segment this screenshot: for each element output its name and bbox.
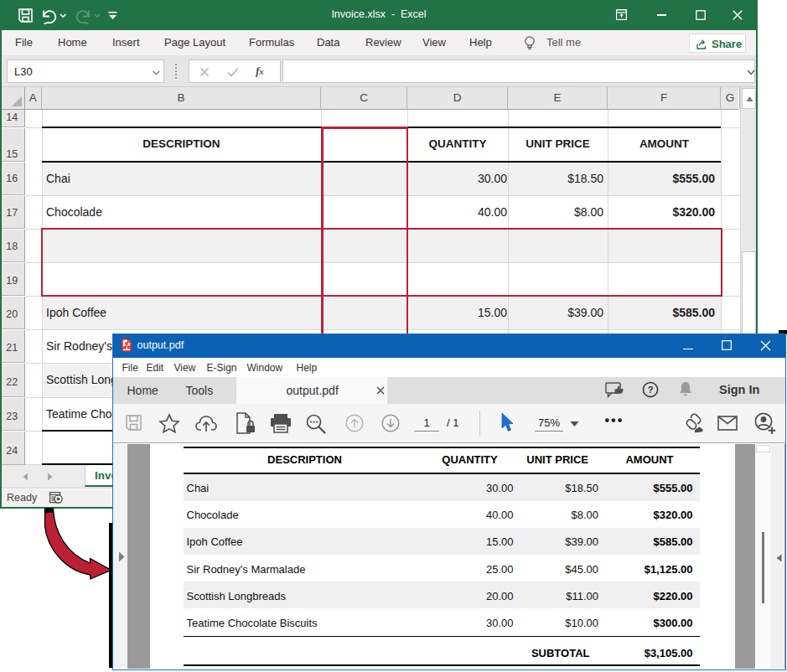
svg-text:?: ? (647, 385, 653, 395)
